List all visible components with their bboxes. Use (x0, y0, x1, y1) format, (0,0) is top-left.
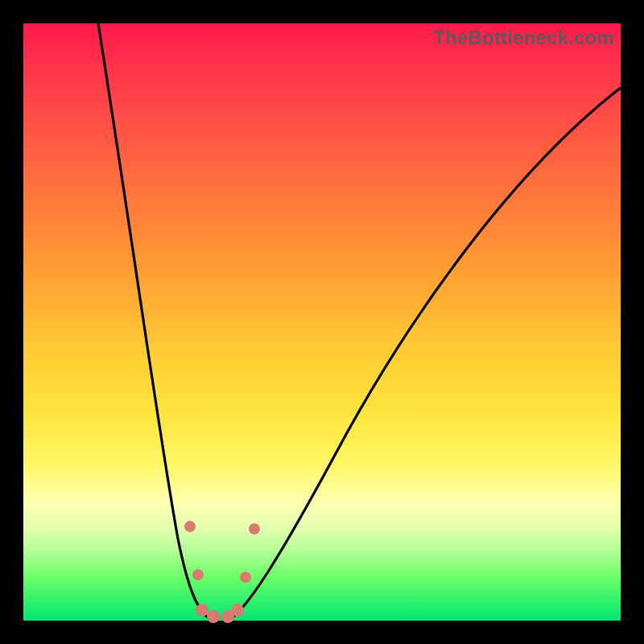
left-curve (98, 23, 212, 620)
dot-right-lower (240, 572, 251, 583)
plot-area: TheBottleneck.com (23, 23, 621, 621)
curve-layer (23, 23, 621, 621)
dot-bottom-b (207, 610, 220, 623)
right-curve (229, 88, 621, 620)
dot-right-upper (249, 523, 260, 535)
dot-bottom-d (231, 604, 244, 617)
dot-left-upper (184, 521, 196, 532)
outer-frame: TheBottleneck.com (0, 0, 644, 644)
dot-left-lower (192, 569, 204, 580)
